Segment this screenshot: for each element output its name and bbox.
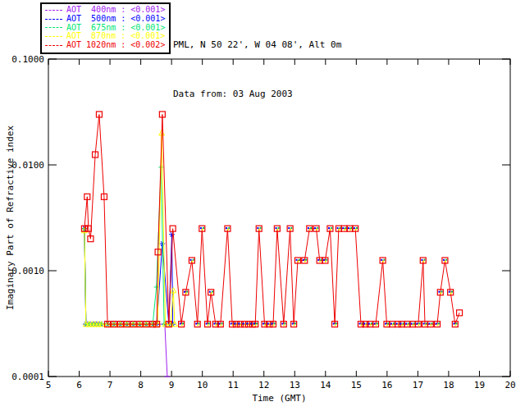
x-tick-label: 12 (258, 380, 269, 390)
y-tick-label: 0.0100 (11, 160, 44, 171)
x-tick-label: 15 (351, 380, 362, 390)
y-tick-label: 0.1000 (11, 54, 44, 65)
x-tick-label: 17 (413, 380, 423, 390)
x-tick-label: 13 (290, 380, 300, 390)
x-tick-label: 16 (381, 380, 392, 390)
x-axis-title: Time (GMT) (252, 393, 306, 404)
y-axis-title: Imaginary Part of Refractive index (5, 126, 16, 311)
axes (48, 59, 510, 377)
x-tick-label: 7 (107, 380, 113, 390)
screenshot-root: { "header": { "line1": "PML, N 50 22', W… (0, 0, 525, 420)
y-tick-label: 0.0010 (11, 266, 44, 276)
y-tick-label: 0.0001 (11, 372, 44, 382)
x-tick-label: 5 (46, 380, 52, 390)
chart-canvas: 5678910111213141516171819200.00010.00100… (0, 0, 525, 420)
series-aot-870nm (82, 130, 178, 326)
series-aot-1020nm (81, 112, 462, 327)
x-tick-label: 6 (76, 380, 82, 390)
x-tick-label: 14 (320, 380, 331, 390)
x-tick-label: 19 (474, 380, 485, 390)
x-tick-label: 20 (504, 380, 515, 390)
x-tick-label: 11 (228, 380, 239, 390)
series-aot-500nm (82, 226, 176, 326)
x-tick-label: 10 (197, 380, 208, 390)
x-tick-label: 9 (169, 380, 175, 390)
x-tick-label: 18 (443, 380, 454, 390)
x-tick-label: 8 (138, 380, 144, 390)
